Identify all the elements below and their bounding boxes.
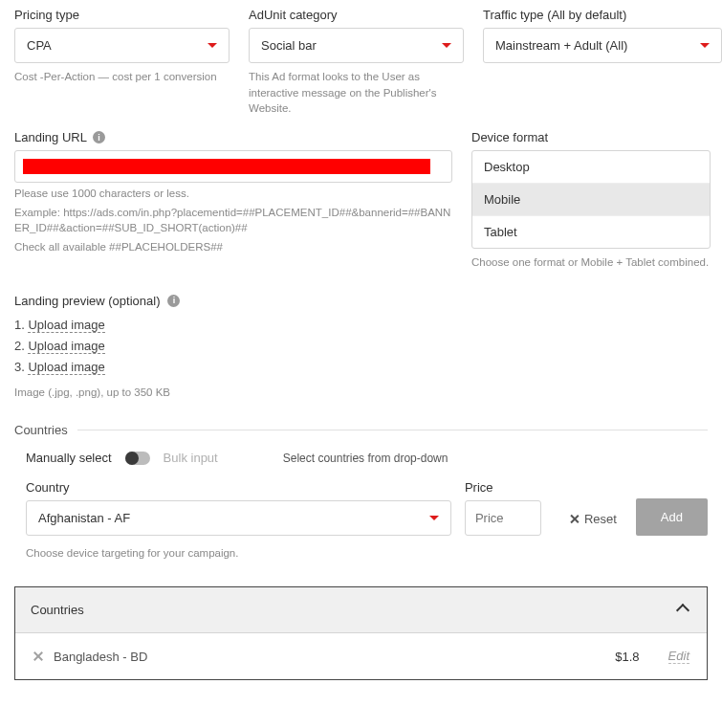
pricing-type-label: Pricing type (14, 8, 230, 22)
device-desktop[interactable]: Desktop (472, 151, 710, 183)
device-mobile[interactable]: Mobile (472, 183, 710, 215)
country-name: Bangladesh - BD (54, 650, 605, 664)
traffic-label: Traffic type (All by default) (483, 8, 722, 22)
landing-help-example: Example: https://ads.com/in.php?placemen… (14, 205, 452, 236)
adunit-value: Social bar (261, 38, 317, 53)
device-tablet[interactable]: Tablet (472, 215, 710, 248)
caret-down-icon (208, 43, 217, 48)
country-select[interactable]: Afghanistan - AF (26, 500, 451, 536)
device-format-list: Desktop Mobile Tablet (471, 150, 711, 249)
manually-select-label: Manually select (26, 451, 112, 465)
countries-table-header[interactable]: Countries (15, 587, 707, 633)
select-countries-hint: Select countries from drop-down (283, 452, 449, 465)
upload-row-3: 3. Upload image (14, 360, 708, 375)
pricing-type-select[interactable]: CPA (14, 28, 230, 63)
landing-help-placeholders: Check all available ##PLACEHOLDERS## (14, 239, 452, 255)
table-row: Bangladesh - BD $1.8 Edit (15, 633, 707, 679)
landing-url-label: Landing URL i (14, 130, 452, 144)
caret-down-icon (429, 516, 439, 520)
edit-country-button[interactable]: Edit (668, 649, 689, 664)
country-value: Afghanistan - AF (38, 511, 130, 525)
device-help: Choose one format or Mobile + Tablet com… (471, 254, 711, 271)
adunit-label: AdUnit category (249, 8, 464, 22)
countries-table: Countries Bangladesh - BD $1.8 Edit (14, 586, 708, 680)
redacted-url (23, 159, 430, 174)
pricing-type-value: CPA (27, 38, 52, 53)
device-targeting-hint: Choose device targeting for your campaig… (26, 545, 708, 562)
country-price: $1.8 (615, 650, 639, 664)
toggle-knob (125, 452, 139, 465)
input-mode-toggle[interactable] (125, 452, 150, 465)
upload-note: Image (.jpg, .png), up to 350 KB (14, 385, 708, 401)
close-icon (570, 515, 580, 524)
landing-url-input[interactable] (14, 150, 452, 183)
caret-down-icon (442, 43, 451, 48)
upload-row-2: 2. Upload image (14, 339, 708, 354)
divider (77, 430, 708, 430)
landing-help-chars: Please use 1000 characters or less. (14, 186, 452, 202)
device-format-label: Device format (471, 130, 711, 144)
countries-table-title: Countries (31, 603, 84, 617)
upload-image-2[interactable]: Upload image (28, 339, 104, 354)
remove-country-button[interactable] (33, 651, 44, 662)
add-button[interactable]: Add (636, 498, 708, 536)
landing-preview-label: Landing preview (optional) i (14, 294, 708, 308)
adunit-select[interactable]: Social bar (249, 28, 464, 63)
chevron-up-icon (676, 603, 689, 616)
info-icon[interactable]: i (167, 295, 180, 307)
pricing-help: Cost -Per-Action — cost per 1 conversion (14, 69, 230, 85)
caret-down-icon (700, 43, 710, 48)
reset-button[interactable]: Reset (564, 502, 623, 536)
country-label: Country (26, 480, 451, 495)
adunit-help: This Ad format looks to the User as inte… (249, 69, 464, 117)
placeholders-link[interactable]: ##PLACEHOLDERS## (109, 241, 223, 253)
upload-image-3[interactable]: Upload image (28, 360, 104, 375)
upload-row-1: 1. Upload image (14, 318, 708, 333)
upload-image-1[interactable]: Upload image (28, 318, 104, 333)
bulk-input-label: Bulk input (164, 451, 218, 465)
traffic-select[interactable]: Mainstream + Adult (All) (483, 28, 722, 63)
traffic-value: Mainstream + Adult (All) (495, 38, 627, 53)
countries-section-header: Countries (14, 423, 708, 437)
info-icon[interactable]: i (93, 131, 105, 143)
price-input[interactable] (465, 500, 541, 536)
price-label: Price (465, 480, 551, 495)
